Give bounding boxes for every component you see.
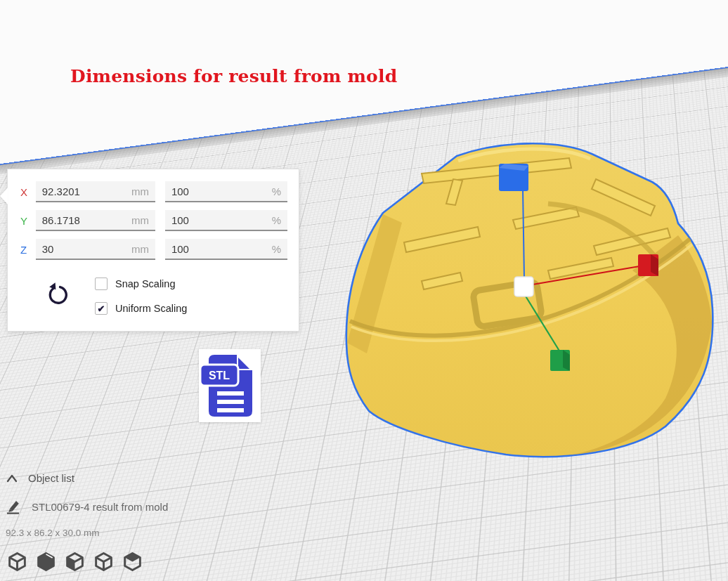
page-title: Dimensions for result from mold: [70, 66, 397, 86]
checkmark-icon: ✔: [98, 304, 105, 313]
snap-scaling-option[interactable]: Snap Scaling: [95, 278, 187, 290]
reset-rotate-icon: [45, 282, 70, 311]
y-size-value: 86.1718: [42, 214, 80, 226]
scale-row-z: Z 30 mm 100 %: [18, 239, 287, 260]
axis-label-x: X: [18, 186, 36, 198]
x-percent-input[interactable]: 100 %: [165, 181, 287, 202]
z-percent-input[interactable]: 100 %: [165, 239, 287, 260]
model-3d-mold[interactable]: [337, 137, 720, 464]
axis-label-y: Y: [18, 215, 36, 227]
z-percent-unit: %: [272, 243, 281, 255]
y-size-input[interactable]: 86.1718 mm: [36, 210, 155, 231]
object-type-icon: [6, 498, 22, 515]
y-percent-input[interactable]: 100 %: [165, 210, 287, 231]
collapse-chevron-icon: [6, 474, 18, 483]
scale-row-x: X 92.3201 mm 100 %: [18, 181, 287, 202]
view-3d-button[interactable]: [7, 551, 27, 572]
snap-scaling-label: Snap Scaling: [115, 278, 175, 289]
panel-pointer-notch: [0, 188, 8, 204]
z-size-value: 30: [42, 243, 54, 255]
view-left-button[interactable]: [65, 551, 85, 572]
uniform-scaling-option[interactable]: ✔ Uniform Scaling: [95, 302, 187, 315]
cube-right-face-icon: [93, 551, 114, 572]
cube-top-face-icon: [122, 551, 143, 572]
snap-scaling-checkbox[interactable]: [95, 278, 108, 290]
view-front-button[interactable]: [36, 551, 56, 572]
scale-handle-y[interactable]: [550, 350, 570, 371]
scale-handle-z[interactable]: [499, 164, 528, 191]
application-viewport: Dimensions for result from mold: [0, 0, 728, 581]
y-percent-value: 100: [171, 214, 189, 226]
x-percent-value: 100: [171, 185, 189, 197]
object-list-item[interactable]: STL00679-4 result from mold: [6, 498, 168, 515]
z-percent-value: 100: [171, 243, 189, 255]
scale-row-y: Y 86.1718 mm 100 %: [18, 210, 287, 231]
scale-handle-center[interactable]: [514, 277, 533, 296]
object-list-title: Object list: [28, 472, 74, 484]
reset-scale-button[interactable]: [44, 282, 71, 313]
view-right-button[interactable]: [93, 551, 114, 572]
view-top-button[interactable]: [122, 551, 143, 572]
uniform-scaling-checkbox[interactable]: ✔: [95, 302, 108, 315]
cube-wireframe-icon: [7, 551, 27, 572]
y-size-unit: mm: [131, 214, 149, 226]
object-list-header[interactable]: Object list: [6, 472, 168, 484]
x-percent-unit: %: [272, 185, 281, 197]
z-size-unit: mm: [131, 243, 149, 255]
x-size-input[interactable]: 92.3201 mm: [36, 181, 155, 202]
svg-text:STL: STL: [209, 370, 230, 381]
cube-solid-icon: [36, 551, 56, 572]
x-size-unit: mm: [131, 185, 149, 197]
cube-left-face-icon: [65, 551, 85, 572]
scale-tool-panel: X 92.3201 mm 100 % Y 86.1718 mm 100: [7, 169, 299, 332]
x-size-value: 92.3201: [42, 185, 80, 197]
z-size-input[interactable]: 30 mm: [36, 239, 155, 260]
object-dimensions: 92.3 x 86.2 x 30.0 mm: [6, 528, 168, 538]
object-item-name: STL00679-4 result from mold: [32, 501, 168, 513]
axis-label-z: Z: [18, 244, 36, 256]
scale-handle-x[interactable]: [638, 254, 658, 276]
y-percent-unit: %: [272, 214, 281, 226]
stl-file-badge[interactable]: STL: [199, 349, 261, 422]
uniform-scaling-label: Uniform Scaling: [115, 303, 187, 314]
stl-document-icon: STL: [199, 349, 261, 422]
object-list-panel: Object list STL00679-4 result from mold …: [6, 472, 168, 538]
view-orientation-toolbar: [7, 551, 143, 572]
